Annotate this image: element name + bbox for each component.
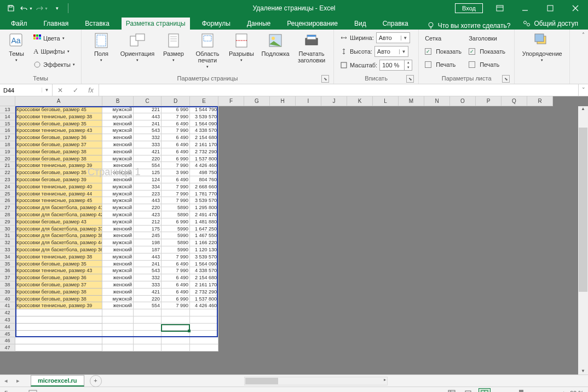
cell[interactable]: 804 760 — [190, 176, 218, 183]
cell[interactable]: 1 564 090 — [190, 120, 218, 128]
cell[interactable]: 2 491 470 — [190, 211, 218, 218]
cell[interactable]: 2 161 170 — [190, 281, 218, 289]
cell[interactable] — [134, 324, 162, 331]
cell[interactable]: Кроссовки для баскетбола, размер 41 — [15, 204, 102, 211]
cell[interactable]: 1 481 880 — [190, 218, 218, 226]
row-header[interactable]: 35 — [0, 261, 15, 268]
add-sheet-button[interactable]: + — [90, 375, 102, 387]
print-titles-button[interactable]: Печатать заголовки — [294, 32, 329, 64]
cell[interactable]: 3 990 — [162, 169, 190, 176]
cell[interactable]: мужской — [102, 183, 134, 191]
breaks-button[interactable]: Разрывы▾ — [226, 32, 257, 62]
cell[interactable]: мужской — [102, 127, 134, 134]
cell[interactable]: мужской — [102, 267, 134, 274]
tab-scroll-left[interactable]: ◂ — [0, 377, 12, 384]
row-header[interactable]: 13 — [0, 106, 15, 113]
row-header[interactable]: 42 — [0, 309, 15, 316]
cell[interactable]: 220 — [134, 204, 162, 211]
cell[interactable]: 443 — [134, 253, 162, 261]
cell[interactable]: мужской — [102, 155, 134, 163]
cell[interactable]: Кроссовки беговые, размер 39 — [15, 176, 102, 183]
cell[interactable]: 198 — [134, 239, 162, 246]
cell[interactable]: Кроссовки для баскетбола, размер 36 — [15, 246, 102, 253]
arrange-button[interactable]: Упорядочение▾ — [519, 32, 565, 62]
cell[interactable]: 187 — [134, 246, 162, 253]
row-header[interactable]: 20 — [0, 155, 15, 163]
row-header[interactable]: 31 — [0, 232, 15, 239]
formula-expand-icon[interactable]: ⌄ — [578, 84, 588, 96]
col-header[interactable]: P — [476, 96, 501, 106]
cell[interactable]: 6 490 — [162, 134, 190, 141]
cell[interactable]: Кроссовки беговые, размер 37 — [15, 281, 102, 289]
cell[interactable]: женский — [102, 302, 134, 309]
col-header[interactable]: M — [399, 96, 424, 106]
cell[interactable]: 543 — [134, 267, 162, 274]
cell[interactable]: 443 — [134, 197, 162, 204]
cell[interactable]: Кроссовки беговые, размер 36 — [15, 134, 102, 141]
cell[interactable]: 6 990 — [162, 155, 190, 163]
row-header[interactable]: 22 — [0, 169, 15, 176]
fonts-button[interactable]: AШрифты ▾ — [32, 47, 77, 56]
fit-height-combo[interactable]: Авто▼ — [374, 46, 408, 57]
cell[interactable]: 6 990 — [162, 218, 190, 226]
row-header[interactable]: 38 — [0, 281, 15, 289]
cell[interactable]: 2 668 660 — [190, 183, 218, 191]
colors-button[interactable]: Цвета ▾ — [32, 34, 77, 43]
cell[interactable]: 3 539 570 — [190, 197, 218, 204]
cell[interactable]: мужской — [102, 204, 134, 211]
col-header[interactable]: L — [373, 96, 399, 106]
row-header[interactable]: 26 — [0, 197, 15, 204]
cell[interactable]: 6 490 — [162, 274, 190, 281]
select-all-button[interactable] — [0, 96, 15, 106]
page-setup-launcher[interactable]: ⬊ — [321, 75, 329, 83]
cell[interactable]: 421 — [134, 289, 162, 296]
cell[interactable]: 6 490 — [162, 148, 190, 155]
cell[interactable] — [134, 331, 162, 338]
cell[interactable]: 5990 — [162, 246, 190, 253]
cell[interactable]: Кроссовки для баскетбола, размер 44 — [15, 239, 102, 246]
cell[interactable]: 5990 — [162, 232, 190, 239]
cell[interactable] — [15, 316, 102, 324]
col-header[interactable]: Q — [501, 96, 527, 106]
row-header[interactable]: 46 — [0, 337, 15, 344]
cell[interactable]: 7 990 — [162, 302, 190, 309]
cell[interactable]: Кроссовки теннисные, размер 44 — [15, 191, 102, 198]
row-header[interactable]: 33 — [0, 246, 15, 253]
fx-icon[interactable]: fx — [83, 87, 99, 94]
cell[interactable] — [15, 331, 102, 338]
grid-print-check[interactable]: Печать — [423, 61, 464, 68]
cell[interactable]: мужской — [102, 113, 134, 120]
row-header[interactable]: 24 — [0, 183, 15, 191]
cell[interactable] — [190, 324, 218, 331]
cell[interactable]: 7 990 — [162, 191, 190, 198]
tab-Вставка[interactable]: Вставка — [80, 18, 114, 30]
cell[interactable]: Кроссовки теннисные, размер 39 — [15, 302, 102, 309]
col-header[interactable]: G — [244, 96, 270, 106]
minimize-icon[interactable] — [512, 0, 538, 16]
tab-Справка[interactable]: Справка — [378, 18, 413, 30]
cell[interactable]: 241 — [134, 261, 162, 268]
cell[interactable]: 333 — [134, 141, 162, 148]
cell[interactable]: Кроссовки беговые, размер 38 — [15, 296, 102, 303]
cell[interactable]: Кроссовки теннисные, размер 38 — [15, 113, 102, 120]
size-button[interactable]: Размер▾ — [158, 32, 189, 62]
cell[interactable]: 221 — [134, 106, 162, 113]
cell[interactable]: 423 — [134, 211, 162, 218]
cell[interactable]: женский — [102, 232, 134, 239]
cell[interactable] — [15, 324, 102, 331]
cell[interactable]: 498 750 — [190, 169, 218, 176]
row-header[interactable]: 36 — [0, 267, 15, 274]
col-header[interactable]: A — [15, 96, 102, 106]
row-header[interactable]: 15 — [0, 120, 15, 128]
maximize-icon[interactable] — [538, 0, 563, 16]
tell-me[interactable]: Что вы хотите сделать? — [427, 22, 511, 30]
row-header[interactable]: 17 — [0, 134, 15, 141]
cell[interactable] — [102, 344, 134, 351]
cell[interactable]: Кроссовки для баскетбола, размер 37 — [15, 226, 102, 233]
enter-formula-icon[interactable]: ✓ — [68, 87, 83, 94]
print-area-button[interactable]: Область печати▾ — [192, 32, 223, 69]
cell[interactable]: 7 990 — [162, 253, 190, 261]
tab-Формулы[interactable]: Формулы — [198, 18, 235, 30]
cell[interactable]: женский — [102, 148, 134, 155]
cell[interactable]: Кроссовки для баскетбола, размер 38 — [15, 232, 102, 239]
